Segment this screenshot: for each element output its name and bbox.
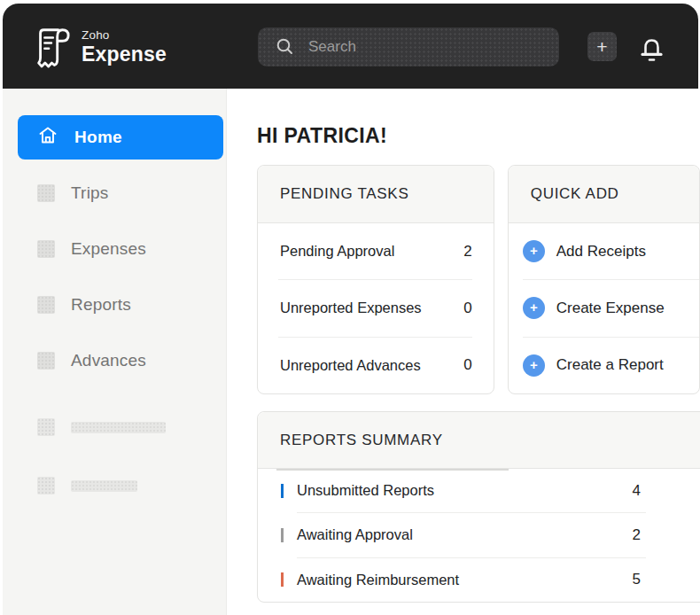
sidebar-nav: Home Trips Expenses Reports Advances: [3, 89, 226, 508]
greeting-heading: HI PATRICIA!: [257, 124, 700, 148]
quick-add-label: Create a Report: [556, 356, 664, 374]
receipt-logo-icon: [32, 22, 71, 72]
notifications-bell-icon[interactable]: [637, 30, 666, 68]
row-label: Unreported Advances: [278, 357, 463, 374]
unreported-expenses-row[interactable]: Unreported Expenses 0: [278, 280, 472, 337]
status-color-bar: [281, 572, 284, 587]
sidebar-skeleton-item: [18, 405, 223, 449]
plus-circle-icon: +: [523, 297, 545, 319]
skeleton-icon: [37, 477, 55, 494]
row-count: 0: [463, 300, 471, 317]
trips-placeholder-icon: [37, 184, 55, 202]
sidebar-item-label: Reports: [71, 295, 131, 315]
row-label: Pending Approval: [278, 243, 463, 260]
unreported-advances-row[interactable]: Unreported Advances 0: [278, 338, 472, 393]
row-label: Awaiting Approval: [297, 526, 633, 543]
row-label: Awaiting Reimbursement: [297, 572, 633, 588]
row-label: Unreported Expenses: [278, 300, 463, 316]
zoho-expense-dashboard: Zoho Expense +: [0, 0, 700, 615]
sidebar-skeleton-item: [18, 463, 223, 508]
quick-add-title: QUICK ADD: [509, 166, 699, 223]
add-receipts-button[interactable]: + Add Receipts: [523, 223, 699, 280]
pending-tasks-title: PENDING TASKS: [258, 166, 494, 223]
pending-approval-row[interactable]: Pending Approval 2: [278, 223, 472, 280]
reports-summary-rows: Unsubmitted Reports 4 Awaiting Approval …: [258, 469, 700, 602]
sidebar-item-label: Home: [74, 128, 122, 147]
awaiting-approval-row[interactable]: Awaiting Approval 2: [297, 513, 646, 557]
row-count: 4: [633, 482, 646, 500]
logo-expense-text: Expense: [82, 43, 167, 66]
skeleton-label-bar: [71, 480, 137, 492]
app-logo-text: Zoho Expense: [82, 28, 167, 66]
sidebar-item-reports[interactable]: Reports: [18, 283, 223, 327]
reports-summary-title: REPORTS SUMMARY: [258, 412, 700, 469]
sidebar-item-label: Advances: [71, 351, 146, 370]
row-count: 2: [633, 526, 646, 544]
quick-add-label: Create Expense: [556, 300, 665, 317]
top-bar: Zoho Expense +: [3, 4, 698, 89]
quick-add-card: QUICK ADD + Add Receipts + Create Expens…: [508, 165, 700, 394]
expenses-placeholder-icon: [37, 240, 55, 258]
row-label: Unsubmitted Reports: [297, 482, 633, 499]
skeleton-label-bar: [71, 422, 166, 433]
pending-tasks-card: PENDING TASKS Pending Approval 2 Unrepor…: [257, 165, 494, 394]
sidebar: Home Trips Expenses Reports Advances: [3, 89, 227, 615]
reports-placeholder-icon: [37, 296, 55, 314]
search-input[interactable]: [258, 27, 559, 66]
advances-placeholder-icon: [37, 352, 55, 370]
sidebar-item-advances[interactable]: Advances: [18, 339, 223, 383]
plus-circle-icon: +: [523, 354, 545, 377]
quick-add-label: Add Receipts: [556, 243, 646, 261]
status-color-bar: [281, 528, 284, 542]
sidebar-item-expenses[interactable]: Expenses: [18, 227, 223, 271]
status-color-bar: [281, 484, 284, 498]
logo-zoho-text: Zoho: [82, 28, 167, 42]
top-cards-row: PENDING TASKS Pending Approval 2 Unrepor…: [257, 165, 700, 394]
row-count: 0: [463, 356, 471, 374]
search-bar: [258, 27, 559, 66]
sidebar-item-label: Trips: [71, 183, 109, 203]
main-content: HI PATRICIA! PENDING TASKS Pending Appro…: [228, 89, 700, 615]
row-count: 2: [463, 243, 471, 261]
skeleton-icon: [37, 418, 55, 436]
sidebar-item-home[interactable]: Home: [18, 115, 223, 160]
home-icon: [37, 125, 58, 150]
quick-create-button[interactable]: +: [587, 32, 617, 61]
app-logo[interactable]: Zoho Expense: [32, 22, 167, 72]
sidebar-item-label: Expenses: [71, 239, 146, 259]
plus-circle-icon: +: [523, 240, 545, 262]
unsubmitted-reports-row[interactable]: Unsubmitted Reports 4: [297, 469, 646, 513]
sidebar-item-trips[interactable]: Trips: [18, 171, 223, 215]
create-expense-button[interactable]: + Create Expense: [523, 280, 699, 337]
create-report-button[interactable]: + Create a Report: [523, 338, 699, 393]
row-count: 5: [633, 571, 646, 588]
reports-summary-card: REPORTS SUMMARY Unsubmitted Reports 4 Aw…: [257, 411, 700, 603]
awaiting-reimbursement-row[interactable]: Awaiting Reimbursement 5: [297, 558, 646, 602]
